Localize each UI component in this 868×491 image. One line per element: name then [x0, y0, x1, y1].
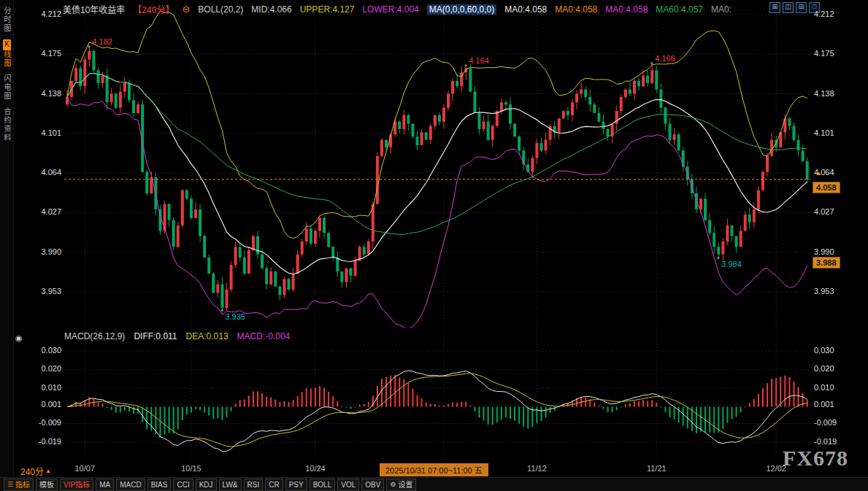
- chart-canvas[interactable]: +4.182+4.164+4.166+3.935+3.984: [0, 0, 868, 491]
- price-tick-right: 4.101: [814, 128, 865, 137]
- macd-area[interactable]: [67, 371, 808, 452]
- macd-bar: [403, 379, 404, 406]
- tab-time-chart[interactable]: 分时图: [0, 7, 13, 33]
- timeframe-badge[interactable]: 240分 ▲: [20, 465, 51, 477]
- candle-body: [416, 136, 419, 145]
- price-annotation: 4.166: [655, 54, 675, 63]
- toolbar-item-label: RSI: [247, 480, 260, 490]
- toolbar-item-label: MA: [99, 480, 110, 490]
- candle-body: [247, 250, 250, 274]
- indicators-menu[interactable]: ☰指标: [4, 479, 34, 491]
- macd-bar: [204, 407, 205, 413]
- candle-body: [575, 94, 578, 103]
- minus-circle-icon[interactable]: ⊖: [182, 4, 190, 15]
- cci-button[interactable]: CCI: [173, 479, 193, 491]
- toolbar-item-label: VIP指标: [64, 480, 90, 490]
- macd-bar: [651, 400, 653, 406]
- candle-body: [607, 129, 610, 136]
- macd-bar: [642, 400, 644, 406]
- macd-bar: [177, 407, 179, 430]
- macd-bar: [585, 398, 586, 407]
- candle-body: [106, 76, 109, 103]
- macd-bar: [758, 394, 759, 407]
- candle-body: [407, 115, 410, 124]
- obv-button[interactable]: OBV: [361, 479, 384, 491]
- macd-tick-right: 0.020: [814, 364, 865, 373]
- candle-body: [354, 260, 357, 276]
- macd-bar: [306, 388, 307, 406]
- tab-flash-chart[interactable]: 闪电图: [0, 74, 13, 101]
- candle-body: [713, 233, 715, 247]
- circle-dot-icon[interactable]: ◉: [15, 333, 23, 343]
- macd-bar: [217, 407, 218, 419]
- macd-header: MACD(26,12,9)DIFF:0.011DEA:0.013MACD:-0.…: [64, 331, 290, 341]
- macd-bar: [115, 407, 117, 413]
- candle-body: [447, 94, 450, 108]
- cr-button[interactable]: CR: [265, 479, 283, 491]
- tab-kline-chart[interactable]: K线图: [0, 39, 13, 68]
- macd-bar: [629, 403, 631, 407]
- main-chart-area[interactable]: [66, 11, 809, 328]
- bias-button[interactable]: BIAS: [147, 479, 172, 491]
- candle-body: [731, 225, 734, 236]
- macd-bar: [501, 407, 502, 420]
- macd-bar: [164, 407, 166, 435]
- macd-bar: [740, 407, 742, 413]
- extreme-marker-cross: +: [220, 307, 223, 314]
- timeframe-label: 240分: [20, 465, 44, 477]
- candle-body: [545, 140, 548, 151]
- macd-bar: [111, 407, 112, 410]
- macd-bar: [598, 406, 599, 406]
- split-vertical-icon[interactable]: ◫: [783, 2, 794, 13]
- templates-menu[interactable]: 模板: [36, 479, 58, 491]
- macd-bar: [479, 407, 480, 418]
- macd-bar: [802, 393, 804, 407]
- lwr-button[interactable]: LW&: [219, 479, 242, 491]
- tab-contract-info[interactable]: 合约资料: [0, 107, 13, 142]
- candle-body: [115, 94, 118, 108]
- candle-body: [766, 156, 769, 172]
- macd-bar: [762, 388, 764, 406]
- candle-body: [340, 271, 343, 282]
- price-annotation: 4.164: [469, 56, 489, 65]
- macd-bar: [426, 403, 427, 407]
- macd-bar: [700, 407, 702, 432]
- candle-body: [673, 134, 676, 139]
- grid-4-icon[interactable]: ⊞: [769, 2, 780, 13]
- candle-body: [110, 94, 113, 103]
- rsi-button[interactable]: RSI: [244, 479, 264, 491]
- candle-body: [239, 247, 242, 258]
- ma-button[interactable]: MA: [96, 479, 114, 491]
- price-tick-right: 4.138: [814, 89, 865, 98]
- candle-body: [216, 285, 219, 293]
- candle-body: [331, 247, 334, 258]
- macd-bar: [594, 403, 595, 407]
- macd-button[interactable]: MACD: [116, 479, 145, 491]
- price-tick-right: 4.027: [814, 207, 865, 216]
- candle-body: [637, 81, 640, 86]
- macd-bar: [120, 407, 121, 413]
- candle-body: [699, 198, 702, 209]
- macd-bar: [505, 407, 507, 418]
- instrument-title: 美债10年收益率: [63, 3, 125, 15]
- macd-bar: [332, 396, 334, 406]
- macd-bar: [784, 376, 786, 407]
- candle-body: [164, 204, 166, 231]
- candle-body: [88, 51, 91, 60]
- settings-button[interactable]: ⚙设置: [386, 479, 416, 491]
- split-horizontal-icon[interactable]: ⊟: [796, 2, 807, 13]
- candle-body: [624, 90, 627, 97]
- macd-bar: [492, 407, 493, 425]
- candle-body: [535, 143, 538, 158]
- candle-body: [385, 140, 388, 147]
- boll-button[interactable]: BOLL: [310, 479, 336, 491]
- macd-bar: [315, 387, 316, 406]
- vip-indicators[interactable]: VIP指标: [60, 479, 93, 491]
- macd-bar: [683, 407, 684, 426]
- indicator-reading: MA0:4.058: [605, 4, 648, 15]
- kdj-button[interactable]: KDJ: [196, 479, 217, 491]
- macd-bar: [674, 407, 675, 420]
- macd-bar: [678, 407, 680, 423]
- psy-button[interactable]: PSY: [285, 479, 307, 491]
- vol-button[interactable]: VOL: [337, 479, 359, 491]
